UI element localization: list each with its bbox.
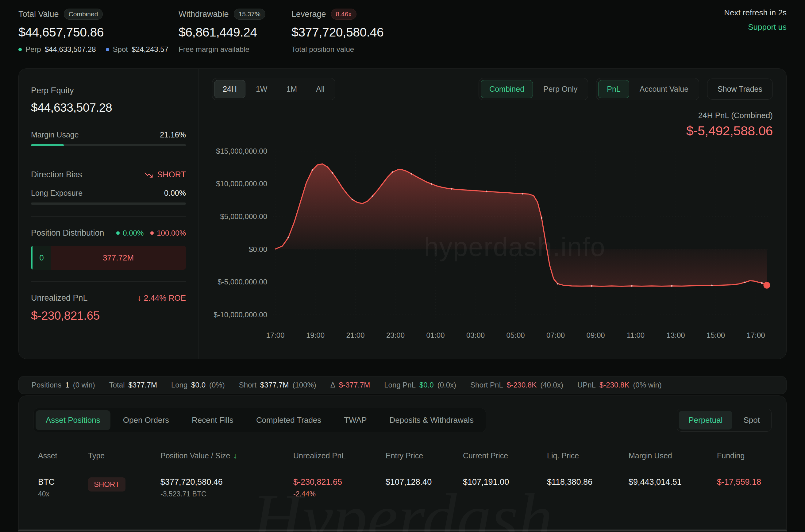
margin-usage-value: 21.16%: [160, 130, 186, 139]
range-1w-button[interactable]: 1W: [247, 80, 276, 98]
spot-value: $24,243.57: [132, 45, 168, 54]
stat-value: $377.7M: [260, 381, 289, 390]
refresh-countdown: Next refresh in 2s: [724, 8, 787, 18]
col-header-position-value[interactable]: Position Value / Size ↓: [160, 451, 293, 460]
withdrawable-subtext: Free margin available: [178, 45, 291, 54]
support-us-link[interactable]: Support us: [724, 22, 787, 32]
asset-leverage: 40x: [38, 490, 88, 498]
perp-equity-label: Perp Equity: [31, 86, 186, 95]
stat-value: $377.7M: [128, 381, 157, 390]
roe-value: 2.44% ROE: [144, 293, 186, 303]
horizontal-scrollbar[interactable]: [18, 530, 787, 531]
market-spot-button[interactable]: Spot: [734, 411, 770, 430]
table-row[interactable]: BTC 40x SHORT $377,720,580.46 -3,523.71 …: [38, 477, 771, 498]
tab-recent-fills[interactable]: Recent Fills: [181, 410, 244, 430]
y-axis-label: $0.00: [249, 245, 267, 254]
divider: [31, 281, 186, 282]
tab-twap[interactable]: TWAP: [334, 410, 377, 430]
col-header-current-price[interactable]: Current Price: [463, 451, 547, 460]
withdrawable-block: Withdrawable 15.37% $6,861,449.24 Free m…: [178, 8, 291, 54]
col-header-type[interactable]: Type: [88, 451, 160, 460]
cell-current-price: $107,191.00: [463, 477, 547, 487]
stat-label: Δ: [330, 381, 335, 390]
spot-dot-icon: [106, 48, 109, 51]
stat-value: $0.0: [191, 381, 206, 390]
x-axis-label: 15:00: [707, 331, 725, 340]
chart-y-axis: $15,000,000.00$10,000,000.00$5,000,000.0…: [212, 142, 267, 325]
header-right-block: Next refresh in 2s Support us: [724, 8, 787, 32]
cell-position-value: $377,720,580.46 -3,523.71 BTC: [160, 477, 293, 498]
col-header-unrealized-pnl[interactable]: Unrealized PnL: [293, 451, 386, 460]
position-value: $377,720,580.46: [160, 477, 293, 487]
tab-completed-trades[interactable]: Completed Trades: [246, 410, 331, 430]
spot-label: Spot: [113, 45, 128, 54]
stat-long-pnl: Long PnL $0.0 (0.0x): [384, 381, 456, 390]
perp-equity-value: $44,633,507.28: [31, 101, 186, 114]
show-trades-button[interactable]: Show Trades: [707, 78, 773, 100]
stat-value: $0.0: [419, 381, 434, 390]
range-all-button[interactable]: All: [307, 80, 333, 98]
margin-usage-fill: [31, 144, 64, 146]
perp-value: $44,633,507.28: [45, 45, 96, 54]
stat-suffix: (100%): [292, 381, 316, 390]
total-value-block: Total Value Combined $44,657,750.86 Perp…: [18, 8, 178, 54]
withdrawable-pct-badge: 15.37%: [234, 8, 265, 20]
col-header-margin-used[interactable]: Margin Used: [629, 451, 717, 460]
leverage-label: Leverage: [291, 10, 326, 19]
leverage-block: Leverage 8.46x $377,720,580.46 Total pos…: [291, 8, 724, 54]
stat-suffix: (40.0x): [540, 381, 563, 390]
x-axis-label: 05:00: [506, 331, 525, 340]
x-axis-label: 11:00: [627, 331, 645, 340]
mode-perp-only-button[interactable]: Perp Only: [535, 80, 586, 98]
metric-pnl-button[interactable]: PnL: [598, 80, 629, 98]
tab-asset-positions[interactable]: Asset Positions: [36, 410, 111, 430]
tab-open-orders[interactable]: Open Orders: [113, 410, 179, 430]
stat-label: Long: [171, 381, 188, 390]
metric-selector: PnL Account Value: [596, 78, 699, 100]
positions-tab-bar: Asset Positions Open Orders Recent Fills…: [34, 408, 486, 432]
stat-suffix: (0%): [209, 381, 225, 390]
stat-label: Long PnL: [384, 381, 416, 390]
chart-x-axis: 17:0019:0021:0023:0001:0003:0005:0007:00…: [273, 331, 769, 343]
overview-card: Perp Equity $44,633,507.28 Margin Usage …: [18, 69, 787, 359]
stat-total: Total $377.7M: [109, 381, 157, 390]
perp-label: Perp: [25, 45, 41, 54]
account-summary-header: Total Value Combined $44,657,750.86 Perp…: [0, 0, 805, 54]
stat-value: 1: [65, 381, 69, 390]
range-1m-button[interactable]: 1M: [277, 80, 306, 98]
unrealized-pnl-value: $-230,821.65: [31, 309, 186, 322]
col-header-liq-price[interactable]: Liq. Price: [547, 451, 629, 460]
trend-down-icon: [144, 170, 153, 179]
chart-pnl-label: 24H PnL (Combined): [212, 111, 773, 120]
x-axis-label: 09:00: [587, 331, 605, 340]
pnl-chart-region: 24H 1W 1M All Combined Perp Only PnL Acc…: [198, 69, 786, 359]
cell-unrealized-pnl: $-230,821.65 -2.44%: [293, 477, 386, 498]
direction-bias-label: Direction Bias: [31, 170, 82, 179]
pnl-chart[interactable]: $15,000,000.00$10,000,000.00$5,000,000.0…: [212, 142, 773, 347]
tab-deposits-withdrawals[interactable]: Deposits & Withdrawals: [379, 410, 484, 430]
account-metrics-sidebar: Perp Equity $44,633,507.28 Margin Usage …: [19, 69, 198, 359]
metric-account-value-button[interactable]: Account Value: [631, 80, 697, 98]
total-value-amount: $44,657,750.86: [18, 25, 178, 40]
range-24h-button[interactable]: 24H: [214, 80, 245, 98]
col-header-entry-price[interactable]: Entry Price: [386, 451, 463, 460]
cell-liq-price: $118,380.86: [547, 477, 629, 487]
short-pct-dot-icon: [150, 231, 154, 235]
market-perpetual-button[interactable]: Perpetual: [679, 411, 732, 430]
stat-value: $-230.8K: [507, 381, 537, 390]
col-header-funding[interactable]: Funding: [717, 451, 771, 460]
roe-down-arrow-icon: ↓: [137, 293, 141, 303]
unrealized-pnl: $-230,821.65: [293, 477, 386, 487]
stat-label: UPnL: [577, 381, 596, 390]
stat-delta: Δ $-377.7M: [330, 381, 370, 390]
stat-short: Short $377.7M (100%): [239, 381, 316, 390]
col-header-asset[interactable]: Asset: [38, 451, 88, 460]
table-header-row: Asset Type Position Value / Size ↓ Unrea…: [38, 451, 771, 460]
stat-short-pnl: Short PnL $-230.8K (40.0x): [470, 381, 563, 390]
x-axis-label: 07:00: [547, 331, 565, 340]
stat-long: Long $0.0 (0%): [171, 381, 225, 390]
cell-entry-price: $107,128.40: [386, 477, 463, 487]
mode-combined-button[interactable]: Combined: [481, 80, 533, 98]
combined-badge: Combined: [64, 8, 103, 20]
withdrawable-label: Withdrawable: [178, 10, 229, 19]
